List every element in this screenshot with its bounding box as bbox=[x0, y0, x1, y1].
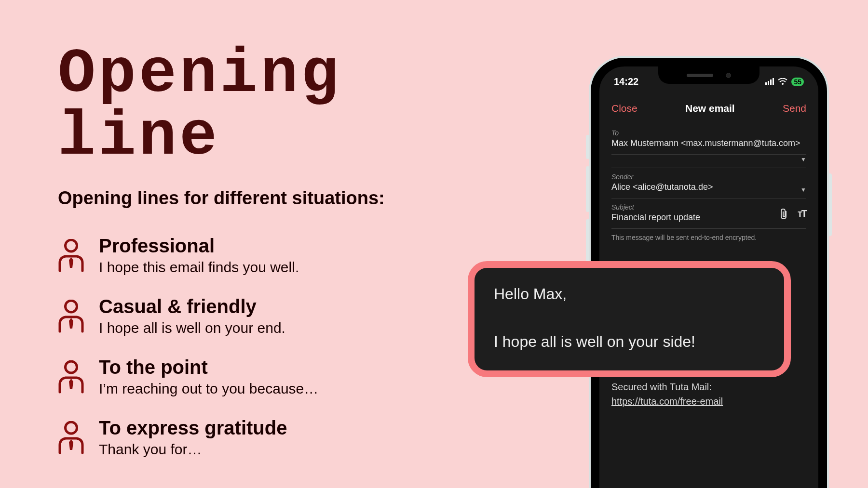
person-tie-icon bbox=[58, 421, 84, 457]
to-field[interactable]: To Max Mustermann <max.mustermann@tuta.c… bbox=[611, 124, 806, 155]
callout-opening-line: I hope all is well on your side! bbox=[494, 330, 765, 354]
svg-point-1 bbox=[66, 301, 77, 312]
svg-point-8 bbox=[782, 83, 784, 85]
page-title: Opening line bbox=[58, 43, 492, 169]
situation-example: I hope this email finds you well. bbox=[99, 259, 299, 276]
subject-label: Subject bbox=[611, 203, 700, 211]
phone-side-button bbox=[586, 135, 590, 159]
svg-rect-6 bbox=[770, 79, 772, 85]
situation-text: To the point I’m reaching out to you bec… bbox=[99, 356, 318, 397]
situation-text: To express gratitude Thank you for… bbox=[99, 417, 287, 458]
subject-value: Financial report update bbox=[611, 212, 700, 223]
person-tie-icon bbox=[58, 239, 84, 275]
sender-label: Sender bbox=[611, 173, 806, 181]
signature-link[interactable]: https://tuta.com/free-email bbox=[611, 394, 806, 409]
subject-field[interactable]: Subject Financial report update тT bbox=[611, 198, 806, 229]
page-subtitle: Opening lines for different situations: bbox=[58, 188, 492, 209]
to-expand-row[interactable]: ▼ bbox=[611, 155, 806, 168]
screen-title: New email bbox=[685, 103, 735, 114]
chevron-down-icon: ▼ bbox=[800, 156, 806, 163]
situation-text: Professional I hope this email finds you… bbox=[99, 235, 299, 276]
signature-line: Secured with Tuta Mail: bbox=[611, 380, 806, 394]
svg-point-3 bbox=[66, 422, 77, 434]
situation-title: To the point bbox=[99, 356, 318, 378]
situation-example: I’m reaching out to you because… bbox=[99, 381, 318, 397]
situation-example: Thank you for… bbox=[99, 441, 287, 458]
to-label: To bbox=[611, 129, 806, 137]
situation-list: Professional I hope this email finds you… bbox=[58, 235, 492, 458]
sender-value: Alice <alice@tutanota.de> bbox=[611, 182, 806, 192]
status-time: 14:22 bbox=[614, 76, 638, 87]
signal-icon bbox=[765, 76, 774, 87]
svg-point-0 bbox=[66, 240, 77, 251]
person-tie-icon bbox=[58, 300, 84, 335]
situation-item: To express gratitude Thank you for… bbox=[58, 417, 492, 458]
svg-rect-4 bbox=[765, 82, 767, 85]
sender-field[interactable]: Sender Alice <alice@tutanota.de> ▼ bbox=[611, 168, 806, 198]
person-tie-icon bbox=[58, 360, 84, 396]
situation-text: Casual & friendly I hope all is well on … bbox=[99, 296, 285, 336]
svg-point-2 bbox=[66, 361, 77, 373]
left-panel: Opening line Opening lines for different… bbox=[58, 43, 492, 478]
text-format-icon[interactable]: тT bbox=[798, 208, 806, 223]
attachment-icon[interactable] bbox=[779, 208, 789, 223]
situation-example: I hope all is well on your end. bbox=[99, 320, 285, 336]
situation-title: Professional bbox=[99, 235, 299, 256]
situation-item: Casual & friendly I hope all is well on … bbox=[58, 296, 492, 336]
status-bar: 14:22 55 bbox=[599, 76, 818, 87]
phone-side-button bbox=[828, 173, 832, 236]
battery-icon: 55 bbox=[791, 78, 804, 86]
situation-item: Professional I hope this email finds you… bbox=[58, 235, 492, 276]
status-icons-group: 55 bbox=[765, 76, 804, 87]
situation-title: To express gratitude bbox=[99, 417, 287, 438]
send-button[interactable]: Send bbox=[783, 103, 806, 114]
phone-side-button bbox=[586, 166, 590, 212]
situation-item: To the point I’m reaching out to you bec… bbox=[58, 356, 492, 397]
compose-nav: Close New email Send bbox=[599, 103, 818, 114]
encryption-note: This message will be sent end-to-end enc… bbox=[611, 234, 806, 241]
chevron-down-icon: ▼ bbox=[800, 186, 806, 193]
to-value: Max Mustermann <max.mustermann@tuta.com> bbox=[611, 138, 806, 148]
compose-form: To Max Mustermann <max.mustermann@tuta.c… bbox=[611, 124, 806, 241]
close-button[interactable]: Close bbox=[611, 103, 637, 114]
callout-greeting: Hello Max, bbox=[494, 282, 765, 306]
wifi-icon bbox=[778, 76, 787, 87]
situation-title: Casual & friendly bbox=[99, 296, 285, 317]
svg-rect-5 bbox=[768, 81, 769, 85]
svg-rect-7 bbox=[773, 78, 774, 85]
highlight-callout: Hello Max, I hope all is well on your si… bbox=[468, 261, 791, 377]
phone-side-button bbox=[586, 219, 590, 265]
